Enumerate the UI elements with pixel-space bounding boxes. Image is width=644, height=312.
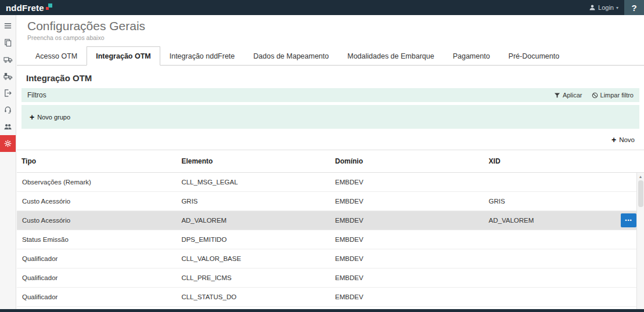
cell-tipo: Status Emissão: [17, 230, 177, 249]
tab-integra-o-nddfrete[interactable]: Integração nddFrete: [160, 46, 244, 65]
plus-icon: +: [30, 113, 34, 121]
apply-filter-label: Aplicar: [563, 92, 582, 99]
clear-filter-label: Limpar filtro: [600, 92, 634, 99]
tab-modalidades-de-embarque[interactable]: Modalidades de Embarque: [338, 46, 443, 65]
table-row[interactable]: QualificadorCLL_STATUS_DOEMBDEV: [17, 288, 644, 307]
table-row[interactable]: Custo AcessórioGRISEMBDEVGRIS: [17, 192, 644, 211]
cell-elemento: GRIS: [177, 192, 330, 211]
new-group-button[interactable]: + Novo grupo: [30, 113, 70, 121]
cell-tipo: Qualificador: [17, 288, 177, 306]
data-table: TipoElementoDomínioXID Observações (Rema…: [17, 150, 644, 309]
funnel-icon: [554, 92, 560, 99]
clear-filter-button[interactable]: Limpar filtro: [592, 92, 634, 99]
truck-box-icon: [3, 72, 13, 81]
table-row[interactable]: Custo AcessórioAD_VALOREMEMBDEVAD_VALORE…: [17, 211, 644, 230]
tab-bar: Acesso OTMIntegração OTMIntegração nddFr…: [17, 46, 644, 66]
new-group-label: Novo grupo: [37, 114, 70, 121]
table-body: Observações (Remark)CLL_MSG_LEGALEMBDEVC…: [17, 173, 644, 309]
table-row[interactable]: QualificadorCLL_VALOR_BASEEMBDEV: [17, 249, 644, 269]
tab-integra-o-otm[interactable]: Integração OTM: [87, 46, 160, 66]
app-window: nddFrete Login ▾ ?: [0, 0, 644, 312]
cell-xid: [484, 230, 644, 249]
cell-tipo: Observações (Remark): [17, 173, 177, 191]
table-row[interactable]: QualificadorCLL_PRE_ICMSEMBDEV: [17, 269, 644, 288]
filters-bar: Filtros Aplicar Limpar filtro: [21, 88, 639, 102]
column-header-tipo[interactable]: Tipo: [17, 150, 177, 172]
scroll-up-arrow[interactable]: ▲: [637, 173, 644, 179]
sidebar-item-truck[interactable]: [0, 51, 16, 68]
cell-dominio: EMBDEV: [330, 249, 484, 268]
sidebar-item-pages[interactable]: [0, 34, 16, 51]
column-header-xid[interactable]: XID: [484, 150, 644, 172]
main-content: Configurações Gerais Preencha os campos …: [17, 15, 644, 309]
tab-pr-documento[interactable]: Pré-Documento: [499, 46, 569, 65]
plus-icon: +: [611, 136, 616, 144]
top-bar: nddFrete Login ▾ ?: [0, 0, 644, 15]
cell-elemento: CLL_VALOR_BASE: [177, 249, 330, 268]
table-header-row: TipoElementoDomínioXID: [17, 150, 644, 173]
row-actions-button[interactable]: •••: [621, 213, 636, 227]
column-header-dom-nio[interactable]: Domínio: [330, 150, 484, 172]
page-header: Configurações Gerais Preencha os campos …: [17, 15, 644, 42]
sidebar-item-users[interactable]: [0, 118, 16, 135]
sidebar-item-settings[interactable]: [0, 135, 16, 152]
cell-dominio: EMBDEV: [330, 269, 484, 287]
cell-tipo: Qualificador: [17, 249, 177, 268]
headset-icon: [3, 106, 12, 114]
cell-elemento: CLL_STATUS_DO: [177, 288, 330, 306]
table-row[interactable]: Status EmissãoDPS_EMITIDOEMBDEV: [17, 230, 644, 249]
cell-elemento: CLL_PRE_ICMS: [177, 269, 330, 287]
cell-dominio: EMBDEV: [330, 211, 484, 230]
cell-dominio: EMBDEV: [330, 173, 484, 191]
table-toolbar: + Novo: [17, 129, 644, 148]
page-subtitle: Preencha os campos abaixo: [27, 34, 634, 41]
tab-pagamento[interactable]: Pagamento: [444, 46, 499, 65]
user-icon: [589, 4, 596, 11]
brand-mark-icon: [46, 3, 52, 10]
sidebar-item-truck-delivery[interactable]: [0, 68, 16, 85]
new-record-button[interactable]: + Novo: [611, 136, 635, 144]
filter-group-area: + Novo grupo: [21, 105, 639, 129]
gear-icon: [3, 139, 12, 148]
cell-elemento: DPS_EMITIDO: [177, 230, 330, 249]
column-header-elemento[interactable]: Elemento: [177, 150, 330, 172]
brand-logo: nddFrete: [6, 3, 52, 13]
tab-acesso-otm[interactable]: Acesso OTM: [26, 46, 87, 65]
table-row[interactable]: Observações (Remark)CLL_MSG_LEGALEMBDEV: [17, 173, 644, 192]
hamburger-menu-icon: [3, 21, 12, 30]
cell-tipo: Custo Acessório: [17, 192, 177, 211]
cell-xid: GRIS: [484, 192, 644, 211]
cell-dominio: EMBDEV: [330, 230, 484, 249]
help-button[interactable]: ?: [624, 0, 644, 15]
sidebar: [0, 15, 16, 309]
help-label: ?: [631, 3, 636, 13]
vertical-scrollbar[interactable]: ▲: [636, 173, 644, 309]
filters-title: Filtros: [27, 91, 46, 99]
new-record-label: Novo: [619, 136, 635, 143]
sidebar-item-export[interactable]: [0, 85, 16, 101]
cell-xid: AD_VALOREM: [484, 211, 644, 230]
documents-icon: [3, 38, 12, 47]
page-title: Configurações Gerais: [27, 19, 634, 33]
cell-elemento: AD_VALOREM: [177, 211, 330, 230]
tab-dados-de-mapeamento[interactable]: Dados de Mapeamento: [244, 46, 338, 65]
cell-dominio: EMBDEV: [330, 192, 484, 211]
cell-xid: [484, 173, 644, 191]
cell-dominio: EMBDEV: [330, 288, 484, 306]
sidebar-item-menu[interactable]: [0, 17, 16, 34]
scrollbar-thumb[interactable]: [638, 180, 643, 207]
cell-xid: [484, 249, 644, 268]
users-icon: [3, 122, 12, 131]
cell-tipo: Custo Acessório: [17, 211, 177, 230]
brand-text: nddFrete: [6, 3, 44, 13]
footer-bar: [0, 309, 644, 312]
apply-filter-button[interactable]: Aplicar: [554, 92, 582, 99]
sidebar-item-support[interactable]: [0, 101, 16, 118]
login-menu[interactable]: Login ▾: [583, 4, 624, 11]
cell-xid: [484, 288, 644, 306]
filter-actions: Aplicar Limpar filtro: [554, 92, 634, 99]
chevron-down-icon: ▾: [616, 5, 618, 10]
export-icon: [3, 89, 12, 97]
slash-circle-icon: [592, 92, 598, 99]
cell-xid: [484, 269, 644, 287]
